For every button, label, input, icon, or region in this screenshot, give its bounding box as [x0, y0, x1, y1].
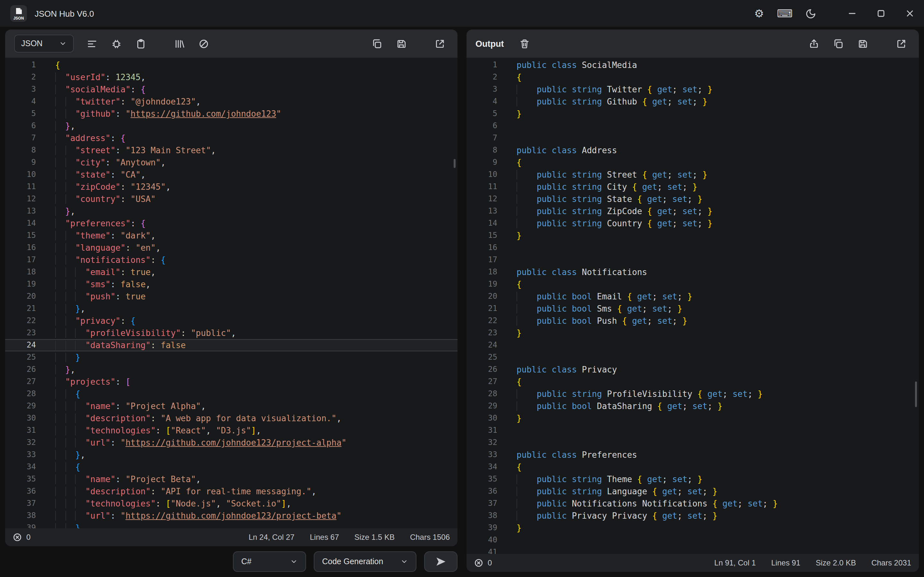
expand-output-button[interactable] [892, 35, 910, 53]
code-line[interactable]: 35 public string Theme { get; set; } [467, 473, 919, 485]
code-line[interactable]: 38 "url": "https://github.com/johndoe123… [5, 510, 457, 522]
code-line[interactable]: 21 public bool Sms { get; set; } [467, 303, 919, 315]
code-line[interactable]: 16 "language": "en", [5, 242, 457, 254]
code-line[interactable]: 28 { [5, 388, 457, 400]
code-line[interactable]: 4 public string Github { get; set; } [467, 95, 919, 108]
code-line[interactable]: 39 }, [5, 522, 457, 528]
code-line[interactable]: 30 "description": "A web app for data vi… [5, 412, 457, 424]
code-line[interactable]: 32 "url": "https://github.com/johndoe123… [5, 437, 457, 449]
code-line[interactable]: 22 public bool Push { get; set; } [467, 315, 919, 327]
copy-output-button[interactable] [829, 35, 847, 53]
code-line[interactable]: 33public class Preferences [467, 449, 919, 461]
minimize-button[interactable] [837, 0, 866, 27]
code-line[interactable]: 3 public string Twitter { get; set; } [467, 83, 919, 95]
code-line[interactable]: 34{ [467, 461, 919, 473]
code-line[interactable]: 15} [467, 229, 919, 242]
share-output-button[interactable] [804, 35, 822, 53]
code-line[interactable]: 17 "notifications": { [5, 254, 457, 266]
code-line[interactable]: 24 [467, 339, 919, 351]
code-line[interactable]: 36 "description": "API for real-time mes… [5, 485, 457, 498]
maximize-button[interactable] [866, 0, 895, 27]
theme-toggle-button[interactable] [798, 3, 823, 24]
code-line[interactable]: 2 "userId": 12345, [5, 71, 457, 83]
code-line[interactable]: 21 }, [5, 303, 457, 315]
save-output-button[interactable] [853, 35, 871, 53]
code-line[interactable]: 31 [467, 424, 919, 437]
library-button[interactable] [170, 35, 188, 53]
code-line[interactable]: 14 public string Country { get; set; } [467, 218, 919, 229]
code-line[interactable]: 31 "technologies": ["React", "D3.js"], [5, 424, 457, 437]
code-line[interactable]: 19 "sms": false, [5, 278, 457, 290]
code-line[interactable]: 6 [467, 120, 919, 132]
code-line[interactable]: 16 [467, 242, 919, 254]
code-line[interactable]: 1{ [5, 59, 457, 71]
expand-input-button[interactable] [431, 35, 449, 53]
copy-input-button[interactable] [368, 35, 386, 53]
code-line[interactable]: 11 public string City { get; set; } [467, 181, 919, 193]
code-line[interactable]: 20 public bool Email { get; set; } [467, 290, 919, 303]
code-line[interactable]: 10 "state": "CA", [5, 169, 457, 181]
code-line[interactable]: 13 }, [5, 205, 457, 218]
code-line[interactable]: 20 "push": true [5, 290, 457, 303]
scrollbar-thumb[interactable] [454, 159, 456, 168]
code-line[interactable]: 12 public string State { get; set; } [467, 193, 919, 205]
save-input-button[interactable] [392, 35, 410, 53]
code-line[interactable]: 39} [467, 522, 919, 534]
code-line[interactable]: 9 "city": "Anytown", [5, 156, 457, 169]
validate-button[interactable] [107, 35, 126, 53]
code-line[interactable]: 13 public string ZipCode { get; set; } [467, 205, 919, 218]
output-editor[interactable]: 1public class SocialMedia2{3 public stri… [467, 58, 919, 554]
code-line[interactable]: 7 "address": { [5, 132, 457, 144]
code-line[interactable]: 8 "street": "123 Main Street", [5, 144, 457, 156]
code-line[interactable]: 32 [467, 437, 919, 449]
code-line[interactable]: 28 public string ProfileVisibility { get… [467, 388, 919, 400]
code-line[interactable]: 9{ [467, 156, 919, 169]
code-line[interactable]: 26 }, [5, 364, 457, 376]
code-line[interactable]: 29 public bool DataSharing { get; set; } [467, 400, 919, 412]
code-line[interactable]: 25 } [5, 351, 457, 364]
code-line[interactable]: 4 "twitter": "@johndoe123", [5, 95, 457, 108]
code-line[interactable]: 1public class SocialMedia [467, 59, 919, 71]
scrollbar-thumb[interactable] [915, 382, 917, 407]
code-line[interactable]: 14 "preferences": { [5, 218, 457, 229]
code-line[interactable]: 27 "projects": [ [5, 376, 457, 388]
code-line[interactable]: 35 "name": "Project Beta", [5, 473, 457, 485]
clear-button[interactable] [195, 35, 213, 53]
settings-button[interactable]: ⚙ [746, 3, 772, 24]
code-line[interactable]: 29 "name": "Project Alpha", [5, 400, 457, 412]
format-button[interactable] [83, 35, 101, 53]
code-line[interactable]: 22 "privacy": { [5, 315, 457, 327]
code-line[interactable]: 18public class Notifications [467, 266, 919, 278]
code-line[interactable]: 37 public Notifications Notifications { … [467, 498, 919, 510]
target-language-select[interactable]: C# [233, 551, 306, 572]
run-generation-button[interactable] [424, 551, 457, 572]
code-line[interactable]: 27{ [467, 376, 919, 388]
code-line[interactable]: 30} [467, 412, 919, 424]
json-editor[interactable]: 1{2 "userId": 12345,3 "socialMedia": {4 … [5, 58, 457, 528]
code-line[interactable]: 41 [467, 546, 919, 554]
code-line[interactable]: 23} [467, 327, 919, 339]
code-line[interactable]: 18 "email": true, [5, 266, 457, 278]
code-line[interactable]: 3 "socialMedia": { [5, 83, 457, 95]
code-line[interactable]: 12 "country": "USA" [5, 193, 457, 205]
input-language-select[interactable]: JSON [14, 35, 74, 53]
code-line[interactable]: 37 "technologies": ["Node.js", "Socket.i… [5, 498, 457, 510]
code-line[interactable]: 23 "profileVisibility": "public", [5, 327, 457, 339]
code-line[interactable]: 5} [467, 108, 919, 120]
close-button[interactable] [895, 0, 924, 27]
code-line[interactable]: 19{ [467, 278, 919, 290]
code-line[interactable]: 8public class Address [467, 144, 919, 156]
code-line[interactable]: 17 [467, 254, 919, 266]
code-line[interactable]: 33 }, [5, 449, 457, 461]
code-line[interactable]: 34 { [5, 461, 457, 473]
code-line[interactable]: 24 "dataSharing": false [5, 339, 457, 351]
paste-button[interactable] [132, 35, 150, 53]
code-line[interactable]: 7 [467, 132, 919, 144]
code-line[interactable]: 5 "github": "https://github.com/johndoe1… [5, 108, 457, 120]
code-line[interactable]: 38 public Privacy Privacy { get; set; } [467, 510, 919, 522]
code-line[interactable]: 15 "theme": "dark", [5, 229, 457, 242]
code-line[interactable]: 2{ [467, 71, 919, 83]
code-line[interactable]: 25 [467, 351, 919, 364]
mode-select[interactable]: Code Generation [314, 551, 417, 572]
code-line[interactable]: 11 "zipCode": "12345", [5, 181, 457, 193]
